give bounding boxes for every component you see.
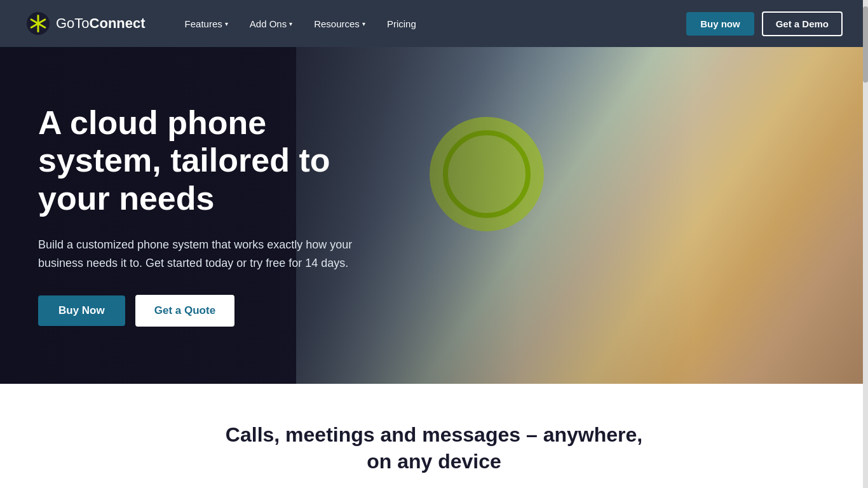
navbar: GoToConnect Features ▾ Add Ons ▾ Resourc… (0, 0, 868, 47)
logo-icon (25, 11, 51, 36)
nav-buy-now-button[interactable]: Buy now (686, 12, 754, 36)
nav-addons[interactable]: Add Ons ▾ (242, 13, 300, 34)
nav-features[interactable]: Features ▾ (177, 13, 236, 34)
section-below-hero: Calls, meetings and messages – anywhere,… (0, 384, 868, 488)
hero-buy-now-button[interactable]: Buy Now (38, 295, 125, 326)
logo[interactable]: GoToConnect (25, 11, 146, 36)
logo-text: GoToConnect (56, 15, 146, 32)
section-below-title: Calls, meetings and messages – anywhere,… (25, 422, 843, 475)
scrollbar-thumb[interactable] (863, 6, 868, 83)
addons-chevron-icon: ▾ (289, 20, 292, 27)
resources-chevron-icon: ▾ (362, 20, 365, 27)
nav-pricing[interactable]: Pricing (379, 13, 424, 34)
nav-links: Features ▾ Add Ons ▾ Resources ▾ Pricing (177, 13, 687, 34)
hero-get-quote-button[interactable]: Get a Quote (135, 295, 234, 327)
hero-subtitle: Build a customized phone system that wor… (38, 236, 381, 273)
scrollbar[interactable] (863, 0, 868, 488)
hero-title: A cloud phone system, tailored to your n… (38, 104, 394, 218)
hero-content: A cloud phone system, tailored to your n… (0, 47, 432, 384)
hero-section: A cloud phone system, tailored to your n… (0, 47, 868, 384)
nav-actions: Buy now Get a Demo (686, 11, 843, 36)
hero-buttons: Buy Now Get a Quote (38, 295, 394, 327)
nav-resources[interactable]: Resources ▾ (306, 13, 373, 34)
nav-get-demo-button[interactable]: Get a Demo (762, 11, 843, 36)
features-chevron-icon: ▾ (225, 20, 228, 27)
